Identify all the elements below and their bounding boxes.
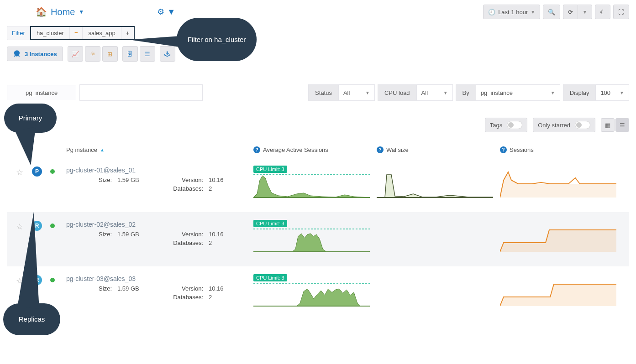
- status-dot-green: [50, 169, 55, 174]
- filter-key[interactable]: ha_cluster: [31, 27, 70, 39]
- annotation-replicas: Replicas: [3, 303, 60, 335]
- list-icon: ☰: [620, 122, 625, 129]
- groupby-select[interactable]: pg_instance ▼: [476, 84, 560, 101]
- table-row: ☆ R pg-cluster-02@sales_02 Size: 1.59 GB…: [7, 212, 629, 266]
- tab-pg-instance[interactable]: pg_instance: [7, 85, 76, 100]
- time-range-picker[interactable]: 🕘 Last 1 hour ▼: [483, 5, 540, 19]
- cpu-filter-select[interactable]: All ▼: [416, 84, 453, 101]
- search-input[interactable]: [79, 84, 203, 101]
- status-filter-select[interactable]: All ▼: [338, 84, 375, 101]
- column-sessions[interactable]: ? Sessions: [500, 146, 623, 153]
- home-label: Home: [51, 7, 75, 17]
- time-range-label: Last 1 hour: [498, 9, 528, 16]
- refresh-icon: ⟳: [568, 9, 573, 16]
- list-button[interactable]: ☰: [140, 46, 155, 62]
- caret-down-icon: ▼: [583, 10, 587, 15]
- primary-badge: P: [32, 166, 42, 177]
- help-icon: ?: [253, 146, 260, 153]
- chart-avg-sessions: CPU Limit: 3: [253, 221, 377, 255]
- database-icon: 🗄: [127, 51, 133, 57]
- database-button[interactable]: 🗄: [122, 46, 138, 62]
- instances-label: 3 Instances: [25, 51, 57, 57]
- column-wal-size[interactable]: ? Wal size: [377, 146, 500, 153]
- filter-operator[interactable]: =: [70, 27, 83, 39]
- starred-toggle[interactable]: Only starred: [533, 118, 595, 132]
- chart-sessions: [500, 221, 623, 255]
- caret-down-icon: ▼: [79, 9, 84, 15]
- zoom-out-icon: 🔍: [548, 9, 555, 16]
- chart-sessions: [500, 166, 623, 201]
- home-icon: 🏠: [36, 6, 47, 17]
- status-dot-green: [50, 278, 55, 282]
- display-select[interactable]: 100 ▼: [595, 84, 629, 101]
- clock-icon: 🕘: [488, 9, 495, 16]
- annotation-primary: Primary: [4, 104, 57, 133]
- caret-down-icon: ▼: [167, 7, 175, 17]
- annotation-filter: Filter on ha_cluster: [177, 18, 257, 61]
- caret-down-icon: ▼: [443, 90, 448, 95]
- table-view-button[interactable]: ⊞: [102, 46, 118, 62]
- help-icon: ?: [377, 146, 384, 153]
- chart-avg-sessions: CPU Limit: 3: [253, 166, 377, 201]
- chart-wal-size: [377, 221, 500, 255]
- chart-icon: 📈: [72, 51, 79, 57]
- grid-view-button[interactable]: ▦: [601, 118, 615, 132]
- chart-sessions: [500, 275, 623, 309]
- list-view-button[interactable]: ☰: [615, 118, 629, 132]
- sort-asc-icon: ▲: [100, 147, 105, 152]
- home-breadcrumb[interactable]: 🏠 Home ▼: [36, 6, 84, 17]
- settings-menu[interactable]: ⚙ ▼: [157, 7, 175, 17]
- filter-label: Filter: [7, 26, 30, 40]
- chart-view-button[interactable]: 📈: [68, 46, 83, 62]
- filter-value[interactable]: sales_app: [83, 27, 121, 39]
- instance-link[interactable]: pg-cluster-02@sales_02: [66, 221, 244, 228]
- theme-toggle[interactable]: ☾: [595, 5, 610, 19]
- filter-expression[interactable]: ha_cluster = sales_app +: [30, 26, 135, 40]
- instance-link[interactable]: pg-cluster-03@sales_03: [66, 275, 244, 282]
- refresh-button[interactable]: ⟳: [563, 5, 578, 19]
- grid-icon: ▦: [605, 122, 610, 129]
- topology-button[interactable]: ⚛: [85, 46, 100, 62]
- switch-icon: [507, 121, 522, 129]
- caret-down-icon: ▼: [531, 10, 535, 15]
- chart-wal-size: [377, 275, 500, 309]
- gear-icon: ⚙: [157, 7, 164, 17]
- status-dot-green: [50, 224, 55, 228]
- result-count: pad3 item(s): [7, 101, 629, 115]
- gauge-icon: 🕹: [164, 51, 170, 57]
- caret-down-icon: ▼: [365, 90, 370, 95]
- chart-avg-sessions: CPU Limit: 3: [253, 275, 377, 309]
- groupby-label: By: [456, 84, 476, 101]
- column-pg-instance[interactable]: Pg instance ▲: [66, 146, 253, 153]
- list-icon: ☰: [145, 51, 150, 57]
- status-filter-label: Status: [308, 84, 338, 101]
- star-toggle[interactable]: ☆: [7, 166, 32, 177]
- cpu-limit-badge: CPU Limit: 3: [253, 274, 287, 281]
- cpu-limit-badge: CPU Limit: 3: [253, 166, 287, 173]
- table-icon: ⊞: [107, 51, 112, 57]
- column-avg-sessions[interactable]: ? Average Active Sessions: [253, 146, 377, 153]
- instances-button[interactable]: 3 Instances: [7, 47, 63, 61]
- zoom-out-button[interactable]: 🔍: [543, 5, 560, 19]
- cpu-limit-badge: CPU Limit: 3: [253, 220, 287, 227]
- switch-icon: [575, 121, 590, 129]
- chart-wal-size: [377, 166, 500, 201]
- dashboard-button[interactable]: 🕹: [160, 46, 175, 62]
- cpu-filter-label: CPU load: [378, 84, 416, 101]
- expand-icon: ⛶: [618, 9, 624, 16]
- moon-icon: ☾: [600, 9, 605, 16]
- caret-down-icon: ▼: [551, 90, 555, 95]
- fullscreen-button[interactable]: ⛶: [613, 5, 629, 19]
- display-label: Display: [563, 84, 596, 101]
- topology-icon: ⚛: [90, 51, 95, 57]
- help-icon: ?: [500, 146, 507, 153]
- postgres-icon: [13, 50, 21, 58]
- instance-link[interactable]: pg-cluster-01@sales_01: [66, 166, 244, 174]
- tags-toggle[interactable]: Tags: [485, 118, 527, 132]
- refresh-interval-menu[interactable]: ▼: [578, 5, 592, 19]
- table-row: ☆ P pg-cluster-01@sales_01 Size: 1.59 GB…: [7, 158, 629, 212]
- caret-down-icon: ▼: [620, 90, 624, 95]
- table-row: ☆ R pg-cluster-03@sales_03 Size: 1.59 GB…: [7, 266, 629, 321]
